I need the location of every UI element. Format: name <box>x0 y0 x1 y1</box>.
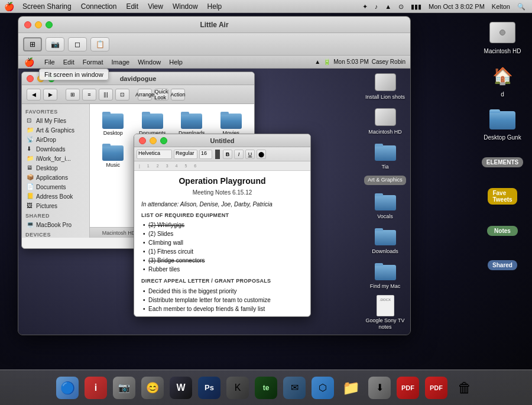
inner-menu-edit[interactable]: Edit <box>59 56 79 69</box>
menu-help[interactable]: Help <box>203 0 227 13</box>
size-selector[interactable]: 16 <box>199 150 212 159</box>
sidebar-item-applications[interactable]: 📦 Applications <box>23 173 88 182</box>
sidebar-applications-label: Applications <box>36 174 68 181</box>
style-selector[interactable]: Regular <box>174 150 197 159</box>
inner-menu-window[interactable]: Window <box>134 56 165 69</box>
finder-close[interactable] <box>27 75 34 82</box>
dock-item-finder[interactable]: 🔵 <box>54 375 80 401</box>
apple-menu[interactable]: 🍎 <box>0 2 18 11</box>
elements-icon: ELEMENTS <box>489 148 516 176</box>
close-button[interactable] <box>24 21 31 28</box>
dock-item-dl[interactable]: ⬇ <box>366 375 392 401</box>
desktop-icon-notes[interactable]: Notes <box>479 217 526 244</box>
inner-menu-help[interactable]: Help <box>165 56 187 69</box>
dock-item-pdf2[interactable]: PDF <box>423 375 449 401</box>
sidebar-item-allfiles[interactable]: ⊡ All My Files <box>23 116 88 125</box>
desktop-icon-shared[interactable]: Shared <box>479 251 526 278</box>
face-dock-icon: 😊 <box>141 377 164 399</box>
inner-apple-menu[interactable]: 🍎 <box>18 57 40 67</box>
finder-item-desktop[interactable]: Desktop <box>95 109 132 138</box>
sidebar-downloads-label: Downloads <box>36 146 65 153</box>
spotlight-icon[interactable]: 🔍 <box>515 3 527 11</box>
te-close[interactable] <box>139 137 146 144</box>
te-titlebar: Untitled <box>134 134 310 147</box>
finder-view-list[interactable]: ≡ <box>82 89 96 101</box>
finder-forward[interactable]: ▶ <box>43 89 57 101</box>
dock-item-mail[interactable]: ✉ <box>281 375 307 401</box>
italic-button[interactable]: I <box>234 150 244 159</box>
te-minimize[interactable] <box>150 137 157 144</box>
inner-icon-installion[interactable]: Install Lion shots <box>363 72 407 101</box>
menu-screen-sharing[interactable]: Screen Sharing <box>18 0 76 13</box>
dock-item-face[interactable]: 😊 <box>140 375 166 401</box>
finder-item-label-music: Music <box>106 162 120 168</box>
finder-arrange[interactable]: Arrange <box>138 89 152 101</box>
dock-item-trash[interactable]: 🗑 <box>452 375 478 401</box>
inner-menu-file[interactable]: File <box>40 56 59 69</box>
screen-sharing-titlebar: Little Air <box>18 17 410 33</box>
desktop-icon-desktopgunk[interactable]: Desktop Gunk <box>479 105 526 141</box>
sidebar-item-artgraphics[interactable]: 📁 Art & Graphics <box>23 125 88 135</box>
inner-icon-tia[interactable]: Tia <box>363 141 407 170</box>
te-body[interactable]: Operation Playground Meeting Notes 6.15.… <box>134 171 310 316</box>
scale-button[interactable]: ◻ <box>68 37 87 51</box>
fit-screen-button[interactable]: ⊞ <box>23 37 42 51</box>
sidebar-item-downloads[interactable]: ⬇ Downloads <box>23 144 88 154</box>
te-maximize[interactable] <box>160 137 167 144</box>
inner-icon-artgraphics[interactable]: Art & Graphics <box>363 176 407 185</box>
inner-icon-vocals[interactable]: Vocals <box>363 191 407 220</box>
minimize-button[interactable] <box>35 21 42 28</box>
screenshot-button[interactable]: 📷 <box>46 37 64 51</box>
underline-button[interactable]: U <box>245 150 255 159</box>
color-swatch[interactable] <box>215 150 220 159</box>
bold-button[interactable]: B <box>223 150 232 159</box>
desktop-icon-elements[interactable]: ELEMENTS <box>479 148 526 176</box>
finder-quick-look[interactable]: Quick Look <box>154 89 168 101</box>
inner-icon-downloads[interactable]: Downloads <box>363 226 407 255</box>
dock-item-word[interactable]: W <box>168 375 194 401</box>
sidebar-item-pictures[interactable]: 🖼 Pictures <box>23 201 88 210</box>
inner-menubar: 🍎 File Edit Format Image Window Help ▲ 🔋… <box>18 56 410 69</box>
dock-item-ps[interactable]: Ps <box>196 375 222 401</box>
finder-view-flow[interactable]: ⊡ <box>115 89 129 101</box>
sidebar-item-addressbook[interactable]: 📒 Address Book <box>23 192 88 201</box>
maximize-button[interactable] <box>46 21 53 28</box>
font-selector[interactable]: Helvetica <box>137 150 172 159</box>
desktop-icon-favetweets[interactable]: Fave Tweets <box>479 183 526 210</box>
dock-item-photo[interactable]: 📷 <box>111 375 137 401</box>
sidebar-item-documents[interactable]: 📄 Documents <box>23 182 88 192</box>
clipboard-button[interactable]: 📋 <box>90 37 109 51</box>
sidebar-item-airdrop[interactable]: 📡 AirDrop <box>23 135 88 144</box>
dock-item-safari[interactable]: ⬡ <box>310 375 336 401</box>
inner-time-display: Mon 5:03 PM <box>333 59 368 65</box>
sidebar-item-desktop[interactable]: 🖥 Desktop <box>23 163 88 173</box>
dock-item-keynote[interactable]: K <box>225 375 251 401</box>
inner-icon-findmymac[interactable]: Find my Mac <box>363 261 407 290</box>
finder-action[interactable]: Action <box>171 89 185 101</box>
dock-item-te[interactable]: te <box>253 375 279 401</box>
sidebar-macbookpro-label: MacBook Pro <box>36 222 72 228</box>
menu-window[interactable]: Window <box>168 0 203 13</box>
machd-label: Macintosh HD <box>484 48 521 55</box>
finder-item-music[interactable]: Music <box>95 141 132 170</box>
dock-item-info[interactable]: i <box>83 375 109 401</box>
sidebar-item-macbookpro[interactable]: 💻 MacBook Pro <box>23 220 88 229</box>
inner-menu-format[interactable]: Format <box>79 56 108 69</box>
volume-icon: ♪ <box>373 3 380 10</box>
inner-icon-machdinner[interactable]: Macintosh HD <box>363 106 407 135</box>
align-left-button[interactable]: ⬤ <box>257 150 266 159</box>
inner-menu-image[interactable]: Image <box>108 56 134 69</box>
desktop-icon-machd[interactable]: Macintosh HD <box>479 19 526 55</box>
dock-item-pdf1[interactable]: PDF <box>395 375 421 401</box>
dock-item-folder1[interactable]: 📁 <box>338 375 364 401</box>
finder-view-icon[interactable]: ⊞ <box>66 89 80 101</box>
finder-view-colu[interactable]: ||| <box>99 89 113 101</box>
sidebar-item-iwork[interactable]: 📁 iWork_for_i... <box>23 154 88 163</box>
desktop-icon-home[interactable]: 🏠 d <box>479 62 526 98</box>
menu-edit[interactable]: Edit <box>121 0 143 13</box>
menu-view[interactable]: View <box>143 0 168 13</box>
finder-back[interactable]: ◀ <box>27 89 41 101</box>
pdf2-dock-icon: PDF <box>425 377 447 399</box>
inner-icon-googlesony[interactable]: .DOCX Google Sony TV notes <box>363 295 407 331</box>
menu-connection[interactable]: Connection <box>76 0 122 13</box>
